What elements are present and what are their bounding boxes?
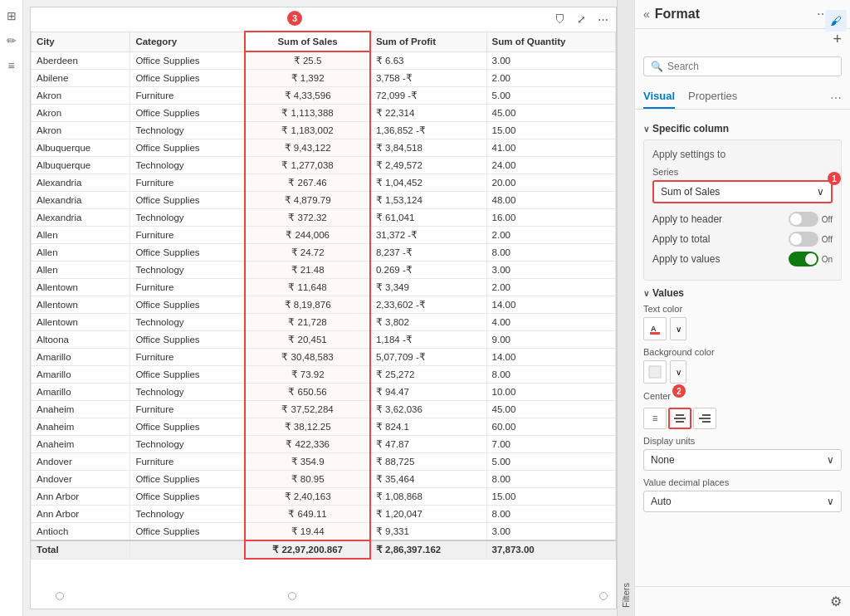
table-cell: 8,237 -₹ bbox=[370, 244, 486, 262]
table-cell: 5.00 bbox=[486, 87, 615, 105]
table-cell: 2,33,602 -₹ bbox=[370, 296, 486, 314]
table-cell: ₹ 3,349 bbox=[370, 279, 486, 296]
text-color-swatch[interactable]: A bbox=[643, 317, 667, 340]
table-cell: ₹ 11,648 bbox=[245, 279, 370, 296]
decimal-places-value: Auto bbox=[651, 496, 672, 507]
table-row: AkronFurniture₹ 4,33,59672,099 -₹5.00 bbox=[32, 87, 616, 105]
table-row: AlbuquerqueTechnology₹ 1,277,038₹ 2,49,5… bbox=[32, 157, 616, 174]
apply-values-label: Apply to values bbox=[652, 253, 720, 265]
right-panel: « Format ⋯ » + 🔍 Visual Properties ⋯ 🖌 ∨… bbox=[634, 0, 850, 616]
table-cell: 3,758 -₹ bbox=[370, 70, 486, 87]
tab-visual[interactable]: Visual bbox=[643, 86, 675, 109]
table-cell: 45.00 bbox=[486, 401, 615, 418]
collapse-panel-icon[interactable]: « bbox=[643, 7, 650, 21]
drag-handle-3[interactable] bbox=[599, 592, 608, 600]
apply-total-switch[interactable] bbox=[789, 232, 818, 247]
panel-title: Format bbox=[655, 7, 700, 22]
text-color-row: A ∨ bbox=[643, 317, 842, 340]
align-right-btn[interactable] bbox=[693, 408, 716, 429]
table-cell: Office Supplies bbox=[130, 296, 245, 314]
decimal-places-dropdown[interactable]: Auto ∨ bbox=[643, 491, 842, 512]
apply-values-row: Apply to values On bbox=[652, 252, 833, 266]
table-cell: 48.00 bbox=[486, 192, 615, 209]
text-color-arrow[interactable]: ∨ bbox=[670, 317, 686, 340]
table-cell: ₹ 20,451 bbox=[245, 331, 370, 349]
table-cell: 4.00 bbox=[486, 314, 615, 331]
apply-header-switch[interactable] bbox=[789, 212, 818, 227]
table-cell: 2.00 bbox=[486, 227, 615, 244]
table-toolbar: ⛉ ⤢ ⋯ bbox=[546, 7, 616, 31]
tab-more-icon[interactable]: ⋯ bbox=[830, 91, 842, 105]
table-cell: Furniture bbox=[130, 279, 245, 296]
table-cell: 3.00 bbox=[486, 262, 615, 279]
table-cell: Furniture bbox=[130, 453, 245, 471]
bg-color-arrow[interactable]: ∨ bbox=[670, 360, 686, 384]
table-cell: 2.00 bbox=[486, 70, 615, 87]
svg-rect-5 bbox=[676, 421, 684, 423]
filter-icon[interactable]: ⛉ bbox=[551, 11, 568, 27]
specific-column-label: Specific column bbox=[652, 123, 729, 134]
table-cell: 72,099 -₹ bbox=[370, 87, 486, 105]
table-cell: 16.00 bbox=[486, 209, 615, 227]
drag-handle-1[interactable] bbox=[56, 592, 64, 600]
format-active-icon[interactable]: 🖌 bbox=[825, 10, 847, 32]
table-cell: ₹ 1,04,452 bbox=[370, 174, 486, 192]
col-sum-of-profit: Sum of Profit bbox=[370, 32, 486, 51]
chevron-down-icon[interactable]: ∨ bbox=[643, 125, 649, 134]
align-center-btn[interactable] bbox=[668, 408, 691, 429]
series-dropdown[interactable]: Sum of Sales ∨ bbox=[652, 180, 833, 203]
table-cell: Technology bbox=[130, 506, 245, 523]
table-wrapper[interactable]: City Category Sum of Sales Sum of Profit… bbox=[31, 7, 616, 609]
apply-values-switch[interactable] bbox=[789, 252, 818, 266]
table-cell: ₹ 88,725 bbox=[370, 453, 486, 471]
table-cell: Amarillo bbox=[32, 366, 130, 384]
table-cell: 0.269 -₹ bbox=[370, 262, 486, 279]
apply-header-toggle[interactable]: Off bbox=[789, 212, 833, 227]
table-cell: 8.00 bbox=[486, 366, 615, 384]
table-cell: 41.00 bbox=[486, 139, 615, 157]
search-input[interactable] bbox=[667, 61, 834, 72]
table-cell: ₹ 21,728 bbox=[245, 314, 370, 331]
search-box[interactable]: 🔍 bbox=[643, 56, 842, 76]
table-cell: ₹ 4,879.79 bbox=[245, 192, 370, 209]
table-cell: ₹ 22,314 bbox=[370, 105, 486, 122]
svg-rect-6 bbox=[702, 414, 711, 416]
table-cell: Altoona bbox=[32, 331, 130, 349]
table-cell: Office Supplies bbox=[130, 51, 245, 70]
bg-color-swatch[interactable] bbox=[643, 360, 667, 384]
table-cell: ₹ 8,19,876 bbox=[245, 296, 370, 314]
table-cell: Allen bbox=[32, 262, 130, 279]
table-cell: Anaheim bbox=[32, 401, 130, 418]
table-cell: Allentown bbox=[32, 296, 130, 314]
table-cell: 1,36,852 -₹ bbox=[370, 122, 486, 139]
align-label: Center bbox=[643, 391, 671, 401]
apply-total-toggle[interactable]: Off bbox=[789, 232, 833, 247]
menu-icon[interactable]: ≡ bbox=[2, 56, 21, 75]
total-cell: Total bbox=[32, 540, 130, 559]
values-chevron-icon[interactable]: ∨ bbox=[643, 289, 649, 298]
table-row: AllentownTechnology₹ 21,728₹ 3,8024.00 bbox=[32, 314, 616, 331]
table-cell: Anaheim bbox=[32, 436, 130, 453]
apply-header-label: Apply to header bbox=[652, 213, 722, 225]
table-cell: Andover bbox=[32, 471, 130, 488]
align-left-btn[interactable]: ≡ bbox=[643, 408, 667, 429]
tab-properties[interactable]: Properties bbox=[688, 86, 737, 109]
edit-icon[interactable]: ✏ bbox=[2, 32, 21, 50]
table-cell: Anaheim bbox=[32, 418, 130, 436]
expand-icon[interactable]: ⤢ bbox=[573, 11, 589, 27]
svg-text:A: A bbox=[651, 325, 657, 333]
display-units-dropdown[interactable]: None ∨ bbox=[643, 449, 842, 471]
table-row: AnaheimFurniture₹ 37,52,284₹ 3,62,03645.… bbox=[32, 401, 616, 418]
table-cell: ₹ 2,49,572 bbox=[370, 157, 486, 174]
display-units-row: Display units None ∨ bbox=[643, 436, 842, 471]
table-area: ⛉ ⤢ ⋯ 3 City Category Sum of Sales Sum o… bbox=[30, 7, 617, 609]
grid-icon[interactable]: ⊞ bbox=[2, 7, 21, 25]
filters-tab[interactable]: Filters bbox=[617, 0, 634, 616]
table-row: AnaheimOffice Supplies₹ 38,12.25₹ 824.16… bbox=[32, 418, 616, 436]
more-options-icon[interactable]: ⋯ bbox=[594, 11, 611, 27]
apply-values-toggle[interactable]: On bbox=[789, 252, 833, 266]
gear-icon[interactable]: ⚙ bbox=[830, 594, 842, 609]
table-cell: 31,372 -₹ bbox=[370, 227, 486, 244]
drag-handle-2[interactable] bbox=[288, 592, 296, 600]
svg-rect-3 bbox=[676, 414, 684, 416]
